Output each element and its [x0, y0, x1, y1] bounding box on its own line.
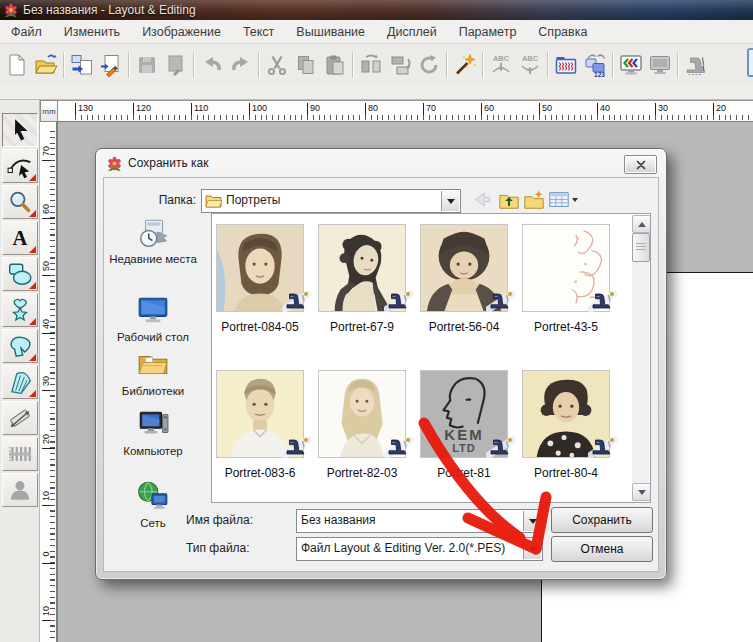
filename-dropdown-button[interactable] — [523, 511, 541, 531]
select-arrow-tool-button[interactable] — [2, 113, 38, 147]
file-item[interactable]: Portret-80-4 — [518, 370, 614, 480]
wizard-import-button[interactable] — [67, 50, 96, 79]
stitch-attr-tool-button[interactable] — [2, 437, 38, 471]
zoom-icon — [7, 189, 33, 215]
folder-combobox-value: Портреты — [226, 193, 440, 207]
folder-dropdown-button[interactable] — [441, 191, 459, 211]
magic-wand-button[interactable] — [450, 50, 479, 79]
file-thumbnail[interactable] — [216, 370, 304, 458]
ruler-tick-label: 130 — [78, 103, 93, 113]
basic-shapes-icon — [7, 261, 33, 287]
sewing-machine-badge-icon — [588, 435, 618, 459]
chevron-down-icon — [529, 547, 537, 552]
toolbar-separator — [193, 52, 194, 78]
menu-item-вышивание[interactable]: Вышивание — [285, 21, 376, 43]
new-folder-button[interactable] — [522, 188, 546, 212]
dialog-title-bar[interactable]: Сохранить как — [96, 149, 666, 177]
file-thumbnail[interactable] — [420, 224, 508, 312]
sewing-machine-badge-icon — [486, 435, 516, 459]
ruler-tick — [42, 505, 55, 506]
free-shape-tool-button[interactable] — [2, 329, 38, 363]
sew-order-button[interactable] — [580, 50, 609, 79]
cancel-button[interactable]: Отмена — [551, 536, 653, 562]
text-arch-up-button — [515, 50, 544, 79]
ruler-tick — [133, 103, 134, 119]
file-item[interactable]: Portret-67-9 — [314, 224, 410, 334]
chevron-down-icon — [447, 199, 455, 204]
view-menu-button[interactable] — [547, 188, 579, 212]
menu-item-изображение[interactable]: Изображение — [131, 21, 232, 43]
file-thumbnail[interactable] — [522, 224, 610, 312]
menu-item-справка[interactable]: Справка — [527, 21, 598, 43]
place-item-recent-places[interactable]: Недавние места — [106, 215, 200, 266]
place-item-computer[interactable]: Компьютер — [106, 407, 200, 458]
menu-item-текст[interactable]: Текст — [232, 21, 285, 43]
ruler-tick-label: 90 — [310, 103, 320, 113]
ruler-unit-box: mm — [40, 100, 58, 122]
ruler-tick — [365, 103, 366, 119]
file-list[interactable]: Portret-084-05Portret-67-9Portret-56-04P… — [211, 213, 651, 503]
dialog-close-button[interactable] — [624, 155, 657, 174]
ruler-tick-label: 80 — [368, 103, 378, 113]
place-item-libraries[interactable]: Библиотеки — [106, 347, 200, 398]
ruler-tick — [42, 620, 55, 621]
file-item[interactable]: Portret-56-04 — [416, 224, 512, 334]
file-name-label: Portret-56-04 — [416, 320, 512, 334]
scroll-down-button[interactable] — [632, 483, 651, 501]
file-item[interactable]: Portret-083-6 — [212, 370, 308, 480]
menu-item-файл[interactable]: Файл — [0, 21, 53, 43]
rotate-button — [414, 50, 443, 79]
point-edit-tool-button[interactable] — [2, 149, 38, 183]
tool-palette — [0, 99, 39, 642]
measure-tool-button[interactable] — [2, 401, 38, 435]
file-item[interactable]: Portret-82-03 — [314, 370, 410, 480]
file-item[interactable]: Portret-084-05 — [212, 224, 308, 334]
ruler-tick — [42, 218, 55, 219]
place-label: Недавние места — [106, 253, 200, 266]
ruler-tick-label: 50 — [542, 103, 552, 113]
new-button[interactable] — [2, 50, 31, 79]
ruler-tick-label: 40 — [41, 316, 51, 332]
magic-wand-icon — [453, 53, 477, 77]
horizontal-ruler: 1301201101009080706050403020 — [57, 100, 753, 122]
filetype-combobox[interactable]: Файл Layout & Editing Ver. 2.0(*.PES) — [296, 537, 543, 561]
flip-h-button — [356, 50, 385, 79]
file-thumbnail[interactable] — [522, 370, 610, 458]
file-thumbnail[interactable]: KEMLTD — [420, 370, 508, 458]
file-item[interactable]: KEMLTDPortret-81 — [416, 370, 512, 480]
fan-shape-tool-button[interactable] — [2, 365, 38, 399]
filename-combobox[interactable]: Без названия — [296, 509, 543, 533]
ruler-tick-label: 10 — [41, 488, 51, 504]
save-as-dialog: Сохранить как Папка: Портреты — [95, 148, 667, 580]
photo-stitch-tool-button[interactable] — [2, 473, 38, 507]
file-thumbnail[interactable] — [216, 224, 304, 312]
menu-item-параметр[interactable]: Параметр — [448, 21, 528, 43]
zoom-tool-button[interactable] — [2, 185, 38, 219]
menu-item-изменить[interactable]: Изменить — [53, 21, 131, 43]
back-button[interactable] — [470, 188, 494, 212]
filetype-dropdown-button[interactable] — [523, 539, 541, 559]
scroll-up-button[interactable] — [632, 215, 651, 233]
ruler-tick — [42, 390, 55, 391]
open-button[interactable] — [31, 50, 60, 79]
scrollbar[interactable] — [632, 215, 649, 501]
thread-chart-button[interactable] — [551, 50, 580, 79]
file-item[interactable]: Portret-43-5 — [518, 224, 614, 334]
place-item-network[interactable]: Сеть — [106, 479, 200, 530]
basic-shapes-tool-button[interactable] — [2, 257, 38, 291]
place-item-desktop[interactable]: Рабочий стол — [106, 293, 200, 344]
realistic-preview-button[interactable] — [616, 50, 645, 79]
up-one-level-button[interactable] — [497, 188, 521, 212]
scrollbar-thumb[interactable] — [632, 233, 650, 262]
file-thumbnail[interactable] — [318, 370, 406, 458]
menu-item-дисплей[interactable]: Дисплей — [376, 21, 448, 43]
up-folder-icon — [498, 189, 520, 211]
image-to-stitch-button[interactable] — [96, 50, 125, 79]
text-tool-tool-button[interactable] — [2, 221, 38, 255]
sewing-machine-badge-icon — [282, 435, 312, 459]
file-thumbnail[interactable] — [318, 224, 406, 312]
folder-combobox[interactable]: Портреты — [201, 189, 461, 213]
fancy-shapes-tool-button[interactable] — [2, 293, 38, 327]
save-button[interactable]: Сохранить — [551, 507, 653, 533]
toolbar-separator — [677, 52, 678, 78]
